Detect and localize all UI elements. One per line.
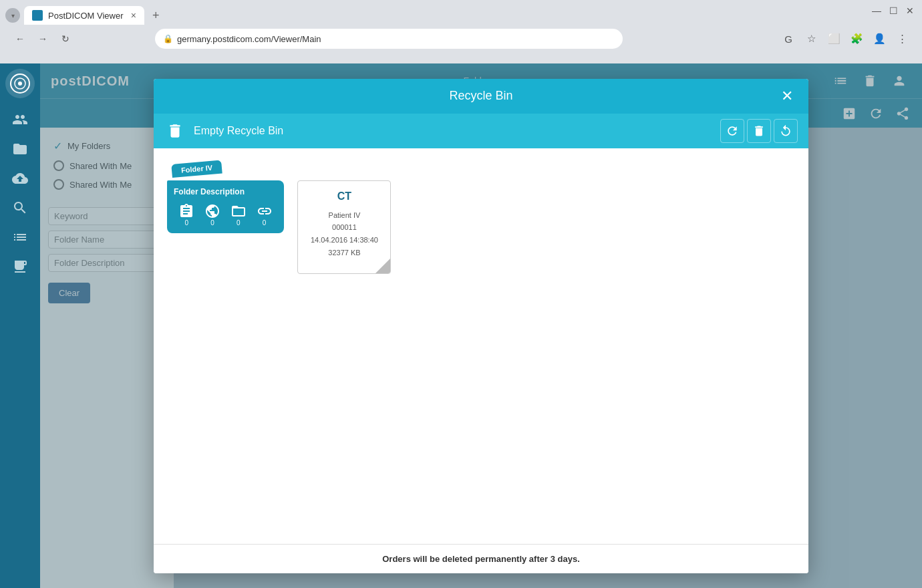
sidebar-icon-folder[interactable] — [7, 136, 33, 162]
folder-icon-links: 0 — [257, 203, 273, 227]
maximize-button[interactable]: ☐ — [889, 5, 898, 16]
link-icon — [257, 203, 273, 219]
sidebar-icon-users[interactable] — [7, 106, 33, 133]
folder-subfolders-count: 0 — [237, 219, 241, 227]
subfolder-icon — [230, 203, 247, 219]
dialog-close-button[interactable]: ✕ — [776, 86, 798, 107]
extensions-icon[interactable]: 🧩 — [847, 29, 866, 48]
fullscreen-icon[interactable]: ⬜ — [824, 29, 843, 48]
folder-icon-studies: 0 — [178, 203, 194, 227]
dialog-header: Recycle Bin ✕ — [154, 79, 808, 114]
folder-body: Folder Description 0 — [167, 180, 284, 233]
folder-icon-shared: 0 — [204, 203, 220, 227]
dialog-toolbar-actions — [720, 119, 798, 143]
browser-chrome: — ☐ ✕ ▾ PostDICOM Viewer × + ← → ↻ 🔒 ger… — [0, 0, 922, 63]
dialog-restore-button[interactable] — [774, 119, 798, 143]
empty-bin-label: Empty Recycle Bin — [194, 125, 283, 137]
folder-studies-count: 0 — [185, 219, 189, 227]
study-info: Patient IV 000011 14.04.2016 14:38:40 32… — [305, 209, 383, 259]
dialog-content: Folder IV Folder Description 0 — [154, 148, 808, 544]
study-card[interactable]: CT Patient IV 000011 14.04.2016 14:38:40… — [297, 180, 391, 274]
url-text: germany.postdicom.com/Viewer/Main — [177, 34, 321, 44]
active-tab[interactable]: PostDICOM Viewer × — [24, 6, 144, 25]
browser-actions: G ☆ ⬜ 🧩 👤 ⋮ — [779, 29, 911, 48]
logo-icon — [9, 73, 31, 94]
folder-card[interactable]: Folder IV Folder Description 0 — [167, 180, 284, 233]
folder-shared-count: 0 — [210, 219, 214, 227]
window-controls: — ☐ ✕ — [872, 5, 914, 16]
study-size: 32377 KB — [305, 247, 383, 259]
sidebar-icon-monitor[interactable] — [7, 253, 33, 280]
translate-icon[interactable]: G — [779, 29, 798, 48]
close-window-button[interactable]: ✕ — [906, 5, 914, 16]
sidebar-icon-search[interactable] — [7, 194, 33, 221]
refresh-button[interactable]: ↻ — [56, 29, 75, 48]
main-content: postDICOM Folders — [40, 63, 922, 588]
tab-bar: ▾ PostDICOM Viewer × + — [0, 0, 922, 27]
study-modality: CT — [305, 190, 383, 202]
svg-point-2 — [18, 82, 22, 86]
tab-title: PostDICOM Viewer — [48, 11, 123, 21]
folder-description-text: Folder Description — [174, 187, 277, 196]
dialog-toolbar: Empty Recycle Bin — [154, 114, 808, 148]
folder-tab: Folder IV — [171, 160, 222, 177]
study-card-dogear — [375, 259, 390, 273]
clipboard-icon — [178, 203, 194, 219]
bookmark-icon[interactable]: ☆ — [802, 29, 820, 48]
url-security-icon: 🔒 — [163, 34, 173, 43]
sidebar — [0, 63, 40, 588]
footer-text: Orders will be deleted permanently after… — [382, 554, 580, 564]
minimize-button[interactable]: — — [872, 5, 881, 16]
dialog-footer: Orders will be deleted permanently after… — [154, 544, 808, 573]
folder-icon-subfolders: 0 — [230, 203, 247, 227]
study-patient-name: Patient IV — [305, 209, 383, 222]
dialog-title: Recycle Bin — [449, 89, 512, 103]
sidebar-icon-upload[interactable] — [7, 165, 33, 192]
study-date: 14.04.2016 14:38:40 — [305, 234, 383, 247]
forward-button[interactable]: → — [33, 29, 52, 48]
globe-icon — [204, 203, 220, 219]
tab-favicon — [32, 10, 43, 21]
app-container: postDICOM Folders — [0, 63, 922, 588]
new-tab-button[interactable]: + — [147, 9, 165, 23]
folder-icon-row: 0 0 — [174, 203, 277, 227]
tab-close-button[interactable]: × — [131, 10, 136, 21]
back-button[interactable]: ← — [11, 29, 29, 48]
tab-dropdown-button[interactable]: ▾ — [5, 8, 20, 23]
sidebar-logo — [5, 69, 35, 98]
profile-icon[interactable]: 👤 — [870, 29, 889, 48]
sidebar-icon-analytics[interactable] — [7, 224, 33, 251]
address-bar: ← → ↻ 🔒 germany.postdicom.com/Viewer/Mai… — [0, 27, 922, 51]
recycle-bin-dialog: Recycle Bin ✕ Empty Recycle Bin — [154, 79, 808, 573]
dialog-refresh-button[interactable] — [720, 119, 744, 143]
dialog-delete-button[interactable] — [747, 119, 771, 143]
menu-icon[interactable]: ⋮ — [893, 29, 911, 48]
study-patient-id: 000011 — [305, 221, 383, 234]
url-bar[interactable]: 🔒 germany.postdicom.com/Viewer/Main — [155, 29, 623, 49]
folder-links-count: 0 — [263, 219, 267, 227]
dialog-trash-icon — [164, 120, 186, 142]
